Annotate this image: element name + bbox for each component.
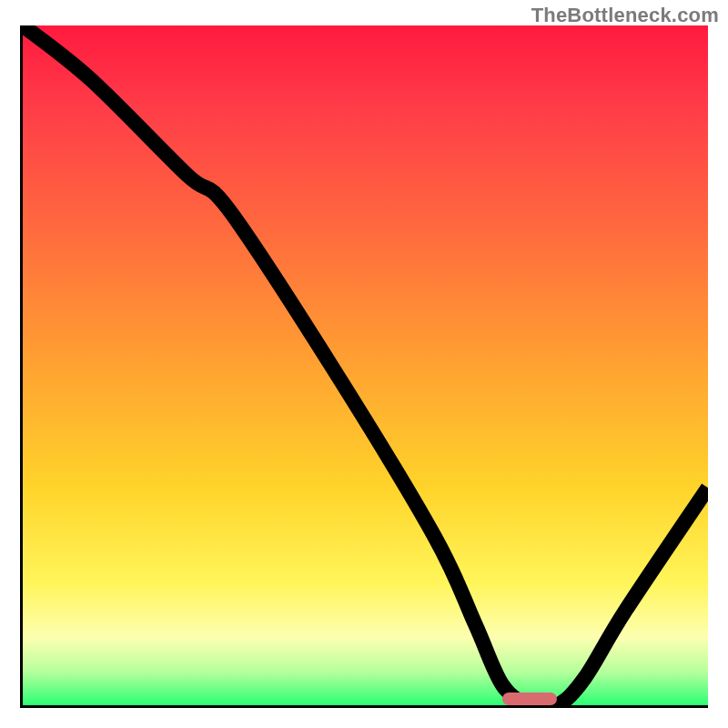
- chart-container: TheBottleneck.com: [0, 0, 728, 728]
- plot-area: [20, 25, 708, 708]
- bottleneck-curve: [23, 25, 708, 705]
- watermark-text: TheBottleneck.com: [531, 4, 719, 27]
- optimal-marker: [502, 693, 557, 705]
- curve-svg: [23, 25, 708, 705]
